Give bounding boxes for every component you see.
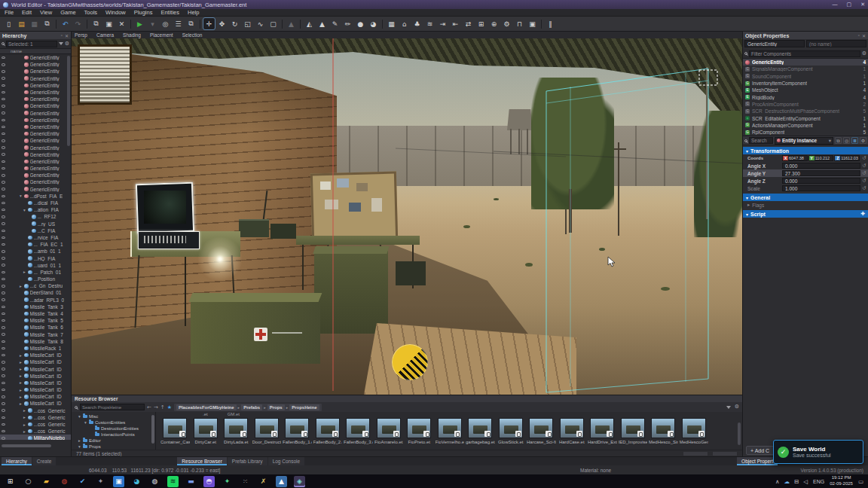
hierarchy-row[interactable]: GenericEntity_ xyxy=(0,54,71,61)
asset-tile[interactable]: FallenBody_1.e xyxy=(283,418,312,450)
filter-components-input[interactable]: Filter Components xyxy=(749,50,860,57)
hierarchy-row[interactable]: ▸MissileCart_ID xyxy=(0,400,71,407)
visibility-eye-icon[interactable] xyxy=(2,354,5,357)
tray-language[interactable]: ENG xyxy=(813,479,824,484)
visibility-eye-icon[interactable] xyxy=(2,91,5,94)
property-row[interactable]: Angle Y27.300↺ xyxy=(743,169,868,177)
translate-tool-icon[interactable]: ✛ xyxy=(203,18,215,29)
visibility-eye-icon[interactable] xyxy=(2,111,5,114)
paint-brush-icon[interactable]: ✎ xyxy=(329,18,341,29)
visibility-eye-icon[interactable] xyxy=(2,70,5,73)
visibility-eye-icon[interactable] xyxy=(2,326,5,329)
component-row[interactable]: SCR_EditableEntityComponent1 xyxy=(743,114,868,121)
instance-search-input[interactable]: Search xyxy=(749,137,773,144)
viewport-tab-selection[interactable]: Selection xyxy=(182,32,203,38)
minimize-button[interactable]: — xyxy=(833,2,838,8)
visibility-eye-icon[interactable] xyxy=(2,236,5,239)
entity-class-field[interactable]: GenericEntity xyxy=(744,40,805,47)
hierarchy-row[interactable]: ..._FIA_EC_1 xyxy=(0,241,71,248)
visibility-eye-icon[interactable] xyxy=(2,230,5,233)
settings-icon[interactable]: ⚙ xyxy=(501,18,512,29)
pause-icon[interactable]: ‖ xyxy=(545,18,556,29)
grid-icon[interactable]: ▦ xyxy=(386,18,397,29)
hierarchy-row[interactable]: ▸MissileCart_ID xyxy=(0,386,71,393)
copy-icon[interactable]: ⧉ xyxy=(90,18,102,29)
hierarchy-row[interactable]: GenericEntity_ xyxy=(0,96,71,102)
box-select-tool-icon[interactable]: ▢ xyxy=(267,18,279,29)
visibility-eye-icon[interactable] xyxy=(2,374,5,377)
hierarchy-row[interactable]: GenericEntity_ xyxy=(0,137,71,144)
taskbar-file-explorer[interactable]: ▰ xyxy=(41,476,52,487)
asset-tile[interactable]: MedHescoGen xyxy=(680,418,709,450)
taskbar-app-green[interactable]: ✦ xyxy=(222,476,233,487)
taskbar-app-dark[interactable]: ✦ xyxy=(95,476,106,487)
controller-icon[interactable]: ◎ xyxy=(160,18,171,29)
taskbar-discord[interactable]: ▬ xyxy=(185,476,197,487)
filter-icon[interactable] xyxy=(726,406,731,409)
duplicate-view-icon[interactable]: ⧉ xyxy=(185,18,197,29)
folder-row[interactable]: DestructionEntities xyxy=(72,425,155,432)
hierarchy-row[interactable]: ▸MissileCart_ID xyxy=(0,380,71,386)
visibility-eye-icon[interactable] xyxy=(2,98,5,101)
visibility-eye-icon[interactable] xyxy=(2,423,5,426)
hierarchy-row[interactable]: ...HQ_FIA_ xyxy=(0,255,71,261)
component-row[interactable]: CSCR_DestructionMultiPhaseComponent5 xyxy=(743,108,868,114)
property-value[interactable]: 27.300 xyxy=(782,170,860,176)
menu-entities[interactable]: Entities xyxy=(160,9,179,16)
taskbar-world-editor[interactable]: ◈ xyxy=(294,476,305,487)
disabled-action-button[interactable] xyxy=(683,451,708,456)
hierarchy-row[interactable]: GenericEntity_ xyxy=(0,165,71,172)
folder-row[interactable]: ▾Misc xyxy=(72,413,155,419)
hierarchy-row[interactable]: ...ry_US xyxy=(0,221,71,227)
hierarchy-row[interactable]: ▸..._Patch_01 xyxy=(0,269,71,276)
taskbar-app-dim[interactable]: ⁙ xyxy=(240,476,251,487)
visibility-eye-icon[interactable] xyxy=(2,368,5,371)
reset-icon[interactable]: ↺ xyxy=(860,170,868,176)
breadcrumb-item[interactable]: Props xyxy=(267,404,285,410)
sync-icon[interactable]: ⇄ xyxy=(463,18,474,29)
component-row[interactable]: GActionsManagerComponent1 xyxy=(743,122,868,129)
reset-icon[interactable]: ↺ xyxy=(860,155,868,161)
sphere-brush-icon[interactable]: ● xyxy=(355,18,366,29)
visibility-eye-icon[interactable] xyxy=(2,340,5,343)
hierarchy-row[interactable]: GenericEntity_ xyxy=(0,186,71,193)
taskbar-search[interactable]: ○ xyxy=(23,476,34,487)
select-pointer-icon[interactable]: ◭ xyxy=(304,18,315,29)
folder-tree-scrollbar[interactable] xyxy=(151,415,154,444)
expand-arrow-icon[interactable]: ▸ xyxy=(23,422,26,427)
locate-icon[interactable]: ◎ xyxy=(843,137,850,144)
viewport-3d[interactable]: PerspCameraShadingPlacementSelection xyxy=(72,32,742,395)
visibility-eye-icon[interactable] xyxy=(2,209,5,212)
component-row[interactable]: CProcAnimComponent2 xyxy=(743,101,868,108)
expand-arrow-icon[interactable]: ▾ xyxy=(84,420,87,425)
play-icon[interactable]: ▶ xyxy=(134,18,145,29)
hierarchy-row[interactable]: GenericEntity_ xyxy=(0,178,71,185)
coord-y-field[interactable]: Y110.212 xyxy=(808,155,834,161)
menu-edit[interactable]: Edit xyxy=(22,9,32,16)
expand-arrow-icon[interactable]: ▸ xyxy=(19,395,23,399)
hierarchy-row[interactable]: ..._RF12_ xyxy=(0,213,71,220)
asset-tile[interactable]: HardCase.et xyxy=(558,418,587,450)
component-row[interactable]: CSignalsManagerComponent1 xyxy=(743,66,868,72)
new-file-icon[interactable]: ▯ xyxy=(3,18,14,29)
visibility-eye-icon[interactable] xyxy=(2,202,5,205)
expand-arrow-icon[interactable]: ▸ xyxy=(19,360,23,364)
visibility-eye-icon[interactable] xyxy=(2,77,5,80)
water-tool-icon[interactable]: ◕ xyxy=(368,18,379,29)
visibility-eye-icon[interactable] xyxy=(2,298,5,301)
visibility-eye-icon[interactable] xyxy=(2,402,5,405)
hierarchy-row[interactable]: ▸...cos_Generic_ xyxy=(0,407,71,414)
hierarchy-row[interactable]: GenericEntity_ xyxy=(0,75,71,82)
asset-tile[interactable]: FallenBody_2.e xyxy=(313,418,343,450)
asset-tile[interactable]: GlowStick.et xyxy=(497,418,526,450)
visibility-eye-icon[interactable] xyxy=(2,264,5,267)
hierarchy-row[interactable]: Missile_Tank_3 xyxy=(0,303,71,310)
visibility-eye-icon[interactable] xyxy=(2,174,5,177)
package-icon[interactable]: ⊞ xyxy=(475,18,487,29)
expand-arrow-icon[interactable]: ▸ xyxy=(23,429,26,434)
visibility-eye-icon[interactable] xyxy=(2,195,5,198)
delete-icon[interactable]: ✕ xyxy=(116,18,127,29)
tray-clock[interactable]: 19:12 PM 02-09-2025 xyxy=(830,475,853,487)
component-row[interactable]: EMeshObject4 xyxy=(743,87,868,93)
open-folder-icon[interactable]: ▤ xyxy=(16,18,27,29)
